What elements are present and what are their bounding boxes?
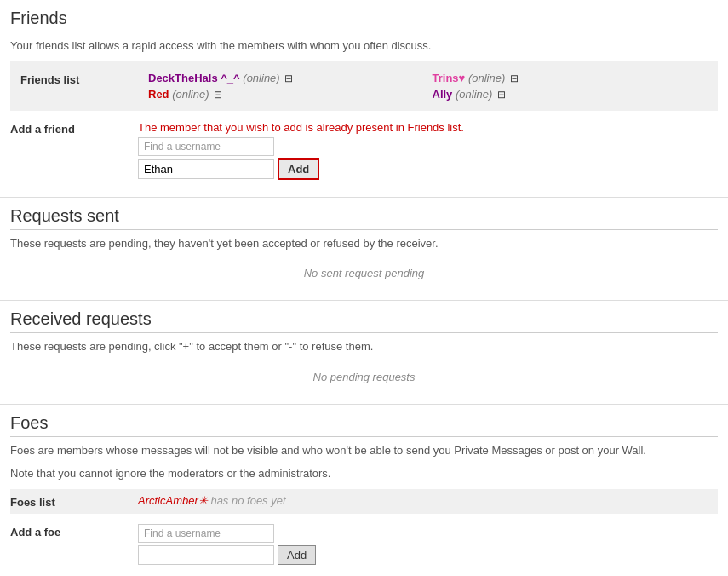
add-friend-label: Add a friend [10, 121, 138, 135]
received-requests-title: Received requests [10, 309, 718, 333]
friends-description: Your friends list allows a rapid access … [10, 37, 718, 55]
add-friend-row: Add a friend The member that you wish to… [10, 116, 718, 185]
friend-remove-2[interactable]: ⊟ [510, 72, 519, 84]
friend-remove-4[interactable]: ⊟ [497, 89, 506, 101]
add-friend-error: The member that you wish to add is alrea… [138, 121, 718, 134]
friend-name-3: Red [148, 88, 169, 101]
add-friend-input[interactable] [138, 159, 274, 179]
requests-sent-section: Requests sent These requests are pending… [0, 198, 728, 302]
foes-username: ArcticAmber✳ [138, 494, 208, 507]
friend-status-1: (online) [243, 72, 279, 84]
friend-name-1: DeckTheHals ^_^ [148, 72, 240, 84]
list-item: Red (online) ⊟ [148, 88, 424, 101]
foes-list-row: Foes list ArcticAmber✳ has no foes yet [10, 489, 718, 514]
add-foe-input[interactable] [138, 545, 274, 565]
list-item: Ally (online) ⊟ [433, 88, 708, 101]
friends-list-container: Friends list DeckTheHals ^_^ (online) ⊟ … [10, 61, 718, 111]
add-foe-row: Add a foe Find a username Add [10, 519, 718, 570]
foes-list-value: ArcticAmber✳ has no foes yet [138, 494, 286, 507]
friends-list-content: DeckTheHals ^_^ (online) ⊟ Trins♥ (onlin… [148, 72, 708, 101]
add-foe-label: Add a foe [10, 524, 138, 539]
friends-list-row: Friends list DeckTheHals ^_^ (online) ⊟ … [20, 66, 708, 106]
requests-sent-empty: No sent request pending [10, 258, 718, 288]
friend-remove-1[interactable]: ⊟ [284, 72, 293, 84]
foes-list-label: Foes list [10, 494, 138, 509]
list-item: DeckTheHals ^_^ (online) ⊟ [148, 72, 424, 84]
friends-title: Friends [10, 9, 718, 32]
find-username-placeholder: Find a username [138, 137, 274, 156]
list-item: Trins♥ (online) ⊟ [433, 72, 708, 84]
foes-title: Foes [10, 413, 718, 437]
add-friend-button[interactable]: Add [278, 158, 319, 180]
friends-section: Friends Your friends list allows a rapid… [0, 0, 728, 198]
add-foe-input-row: Add [138, 545, 718, 565]
friends-list-label: Friends list [20, 72, 148, 86]
friend-name-4: Ally [433, 88, 453, 101]
friend-name-2: Trins♥ [433, 72, 466, 84]
add-friend-content: The member that you wish to add is alrea… [138, 121, 718, 180]
add-foe-content: Find a username Add [138, 524, 718, 565]
foes-description-1: Foes are members whose messages will not… [10, 442, 718, 459]
find-foe-placeholder: Find a username [138, 524, 274, 543]
add-foe-button[interactable]: Add [278, 545, 316, 565]
friend-status-2: (online) [468, 72, 505, 84]
friends-grid: DeckTheHals ^_^ (online) ⊟ Trins♥ (onlin… [148, 72, 708, 101]
friend-remove-3[interactable]: ⊟ [214, 89, 222, 101]
foes-description-2: Note that you cannot ignore the moderato… [10, 465, 718, 482]
friend-status-4: (online) [456, 88, 492, 101]
foes-section: Foes Foes are members whose messages wil… [0, 405, 728, 577]
requests-sent-title: Requests sent [10, 206, 718, 230]
requests-sent-description: These requests are pending, they haven't… [10, 235, 718, 252]
foes-list-content: ArcticAmber✳ has no foes yet [138, 494, 718, 507]
received-requests-empty: No pending requests [10, 362, 718, 392]
received-requests-section: Received requests These requests are pen… [0, 301, 728, 405]
foes-empty-text: has no foes yet [208, 494, 286, 507]
received-requests-description: These requests are pending, click "+" to… [10, 338, 718, 355]
friend-status-3: (online) [172, 88, 209, 101]
add-friend-input-row: Add [138, 158, 718, 180]
